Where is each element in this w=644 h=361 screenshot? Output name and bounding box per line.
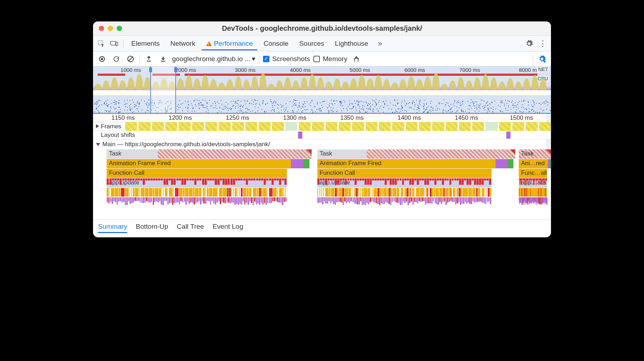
frame-block[interactable]	[432, 122, 444, 131]
detail-tick: 1150 ms	[111, 114, 135, 122]
reload-record-button[interactable]	[111, 54, 122, 64]
frame-block[interactable]	[526, 122, 537, 131]
upload-profile-icon[interactable]	[143, 54, 154, 64]
flame-event-rendering[interactable]	[496, 159, 507, 168]
flame-micro-row	[317, 188, 492, 197]
frame-block[interactable]	[312, 122, 324, 131]
frame-block[interactable]	[179, 122, 190, 131]
layout-shift-marker[interactable]	[506, 132, 511, 139]
flame-event-function-call[interactable]: Function Call	[317, 169, 492, 178]
minimize-window-button[interactable]	[108, 26, 113, 31]
flame-event-animation-frame[interactable]: Animation Frame Fired	[107, 159, 291, 168]
close-window-button[interactable]	[99, 26, 104, 31]
frame-block[interactable]	[165, 122, 177, 131]
frame-block[interactable]	[472, 122, 484, 131]
titlebar: DevTools - googlechrome.github.io/devtoo…	[93, 21, 551, 36]
tab-elements[interactable]: Elements	[127, 37, 164, 50]
frame-block[interactable]	[539, 122, 551, 131]
inspect-element-icon[interactable]	[96, 38, 107, 49]
frame-block[interactable]	[299, 122, 311, 131]
frame-block[interactable]	[406, 122, 418, 131]
separator	[123, 39, 123, 48]
frame-block[interactable]	[326, 122, 337, 131]
frame-block[interactable]	[459, 122, 471, 131]
kebab-menu-icon[interactable]: ⋮	[537, 38, 548, 49]
flame-event-painting[interactable]	[303, 159, 309, 168]
frame-block[interactable]	[205, 122, 217, 131]
frame-block[interactable]	[138, 122, 150, 131]
selection-grip-right[interactable]	[174, 67, 177, 72]
tab-summary[interactable]: Summary	[98, 223, 127, 233]
frame-block[interactable]	[392, 122, 404, 131]
flame-event-function-call[interactable]: Func…all	[519, 169, 547, 178]
frame-block[interactable]	[352, 122, 364, 131]
frame-block[interactable]	[219, 122, 230, 131]
tab-call-tree[interactable]: Call Tree	[177, 223, 204, 233]
flame-event-task[interactable]	[367, 149, 515, 159]
frame-block[interactable]	[419, 122, 431, 131]
frame-block[interactable]	[446, 122, 458, 131]
frame-block[interactable]	[486, 122, 497, 131]
tab-bottom-up[interactable]: Bottom-Up	[136, 223, 168, 233]
frames-label: Frames	[101, 123, 122, 130]
flame-micro-row	[317, 178, 492, 187]
checkbox-icon	[313, 56, 320, 62]
device-toggle-icon[interactable]	[109, 38, 119, 49]
frame-block[interactable]	[152, 122, 164, 131]
tab-lighthouse[interactable]: Lighthouse	[331, 37, 372, 50]
frame-block[interactable]	[366, 122, 377, 131]
frame-block[interactable]	[245, 122, 257, 131]
tab-sources[interactable]: Sources	[295, 37, 328, 50]
more-tabs-icon[interactable]: »	[375, 38, 385, 49]
capture-settings-gear-icon[interactable]	[537, 54, 547, 64]
flame-chart[interactable]: TaskAnimation Frame FiredFunction Callap…	[93, 149, 551, 219]
overview-selection-window[interactable]	[150, 66, 176, 113]
clear-button[interactable]	[125, 54, 136, 64]
tab-performance[interactable]: Performance	[202, 37, 257, 50]
frame-block[interactable]	[272, 122, 284, 131]
frames-lane[interactable]	[125, 122, 551, 131]
frame-block[interactable]	[339, 122, 351, 131]
layout-shift-marker[interactable]	[298, 132, 302, 139]
recording-selector-dropdown[interactable]: googlechrome.github.io ... ▾	[172, 55, 255, 63]
flame-event-task[interactable]	[158, 149, 311, 159]
layout-shifts-label: Layout shifts	[98, 131, 138, 139]
frames-track-header[interactable]: Frames	[93, 122, 124, 131]
tab-event-log[interactable]: Event Log	[213, 223, 243, 233]
settings-gear-icon[interactable]	[524, 38, 535, 49]
tab-console[interactable]: Console	[259, 37, 293, 50]
frame-block[interactable]	[259, 122, 270, 131]
frame-block[interactable]	[232, 122, 244, 131]
frame-block[interactable]	[125, 122, 137, 131]
flame-event-painting[interactable]	[550, 159, 551, 168]
frame-block[interactable]	[379, 122, 391, 131]
detail-tick: 1250 ms	[226, 114, 249, 122]
detail-ruler[interactable]: 1150 ms 1200 ms 1250 ms 1300 ms 1350 ms …	[93, 114, 551, 122]
flame-event-task[interactable]: Task	[519, 149, 551, 159]
flame-event-rendering[interactable]	[291, 159, 303, 168]
frame-block[interactable]	[286, 122, 297, 131]
memory-checkbox[interactable]: Memory	[313, 55, 347, 63]
frame-block[interactable]	[512, 122, 524, 131]
download-profile-icon[interactable]	[158, 54, 169, 64]
frame-block[interactable]	[499, 122, 511, 131]
flame-event-task[interactable]: Task	[317, 149, 367, 159]
flame-event-task[interactable]: Task	[107, 149, 158, 159]
flame-event-function-call[interactable]: Function Call	[107, 169, 287, 178]
flame-event-painting[interactable]	[507, 159, 513, 168]
flame-event-animation-frame[interactable]: Animation Frame Fired	[317, 159, 496, 168]
screenshots-checkbox[interactable]: Screenshots	[263, 55, 310, 63]
maximize-window-button[interactable]	[117, 26, 122, 31]
tab-network[interactable]: Network	[166, 37, 200, 50]
flame-event-animation-frame[interactable]: Ani…red	[519, 159, 548, 168]
memory-label: Memory	[323, 55, 347, 63]
selection-grip-left[interactable]	[149, 67, 152, 72]
frame-block[interactable]	[192, 122, 204, 131]
record-button[interactable]	[97, 54, 107, 64]
collect-garbage-icon[interactable]	[351, 54, 362, 64]
main-track-header[interactable]: Main — https://googlechrome.github.io/de…	[93, 139, 551, 149]
frames-track[interactable]: Frames	[93, 122, 551, 131]
layout-shifts-track[interactable]: Layout shifts	[93, 131, 551, 139]
detail-tick: 1200 ms	[169, 114, 192, 122]
timeline-overview[interactable]: 1000 ms 2000 ms 3000 ms 4000 ms 5000 ms …	[93, 66, 551, 114]
